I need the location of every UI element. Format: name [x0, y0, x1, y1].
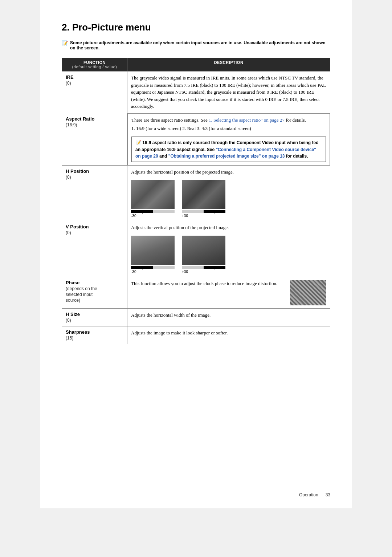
- hpos-slider-left: [131, 210, 175, 213]
- table-row-h-position: H Position (0) Adjusts the horizontal po…: [62, 165, 330, 221]
- page-footer: Operation 33: [299, 492, 330, 497]
- phase-thumbnail: [290, 280, 326, 305]
- description-cell-hsize: Adjusts the horizontal width of the imag…: [127, 308, 330, 326]
- vpos-img-left: -30: [131, 236, 175, 274]
- description-cell-aspect: There are three aspect ratio settings. S…: [127, 113, 330, 165]
- vpos-slider-right: [182, 266, 225, 269]
- table-row-ire: IRE (0) The grayscale video signal is me…: [62, 72, 330, 113]
- col-header-description: DESCRIPTION: [127, 58, 330, 72]
- table-row-v-position: V Position (0) Adjusts the vertical posi…: [62, 221, 330, 277]
- function-cell-vpos: V Position (0): [62, 221, 127, 277]
- hpos-thumbnail-left: [131, 180, 175, 209]
- function-cell-hpos: H Position (0): [62, 165, 127, 221]
- hpos-img-left: -30: [131, 180, 175, 218]
- table-row-sharpness: Sharpness (15) Adjusts the image to make…: [62, 326, 330, 344]
- function-cell-ire: IRE (0): [62, 72, 127, 113]
- page-title: 2. Pro-Picture menu: [62, 22, 330, 33]
- notice-box: 📝 Some picture adjustments are available…: [62, 40, 330, 50]
- table-row-h-size: H Size (0) Adjusts the horizontal width …: [62, 308, 330, 326]
- page-content: 2. Pro-Picture menu 📝 Some picture adjus…: [40, 0, 352, 508]
- description-cell-vpos: Adjusts the vertical position of the pro…: [127, 221, 330, 277]
- hpos-img-right: +30: [182, 180, 225, 218]
- phase-img: [290, 280, 326, 305]
- vpos-thumbnail-right: [182, 236, 225, 265]
- table-row-phase: Phase (depends on the selected input sou…: [62, 277, 330, 308]
- footer-operation: Operation: [299, 492, 318, 497]
- vpos-thumbnail-left: [131, 236, 175, 265]
- description-cell-sharpness: Adjusts the image to make it look sharpe…: [127, 326, 330, 344]
- description-cell-ire: The grayscale video signal is measured i…: [127, 72, 330, 113]
- function-cell-sharpness: Sharpness (15): [62, 326, 127, 344]
- notice-text: Some picture adjustments are available o…: [70, 40, 330, 50]
- pro-picture-table: FUNCTION (default setting / value) DESCR…: [62, 58, 330, 344]
- description-cell-phase: This function allows you to adjust the c…: [127, 277, 330, 308]
- aspect-note: 📝 16:9 aspect ratio is only sourced thro…: [131, 137, 326, 162]
- notice-icon: 📝: [62, 40, 68, 46]
- footer-page-number: 33: [326, 492, 330, 497]
- hpos-image-row: -30 +30: [131, 180, 326, 218]
- vpos-img-right: +30: [182, 236, 225, 274]
- col-header-function: FUNCTION (default setting / value): [62, 58, 127, 72]
- table-row-aspect-ratio: Aspect Ratio (16:9) There are three aspe…: [62, 113, 330, 165]
- function-cell-phase: Phase (depends on the selected input sou…: [62, 277, 127, 308]
- hpos-slider-right: [182, 210, 225, 213]
- hpos-thumbnail-right: [182, 180, 225, 209]
- description-cell-hpos: Adjusts the horizontal position of the p…: [127, 165, 330, 221]
- function-cell-aspect: Aspect Ratio (16:9): [62, 113, 127, 165]
- vpos-slider-left: [131, 266, 175, 269]
- vpos-image-row: -30 +30: [131, 236, 326, 274]
- function-cell-hsize: H Size (0): [62, 308, 127, 326]
